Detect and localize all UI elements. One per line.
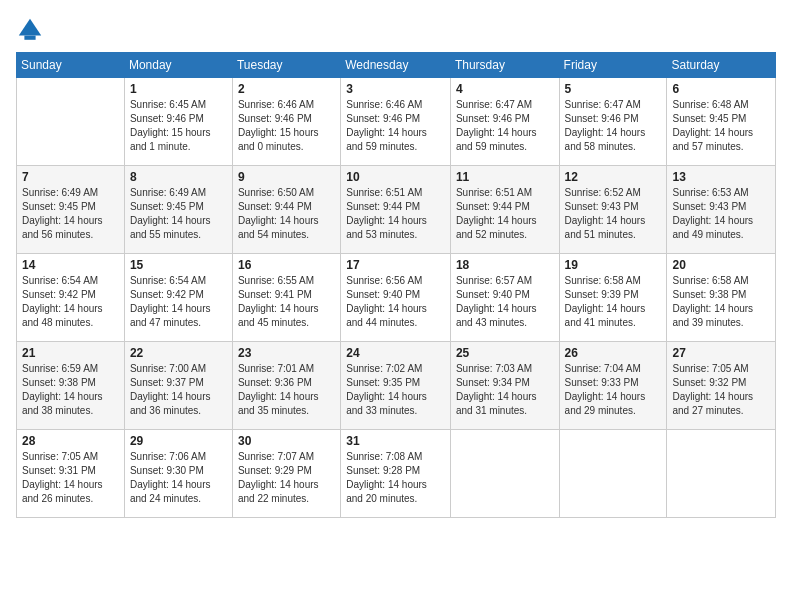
calendar-week-row: 1Sunrise: 6:45 AMSunset: 9:46 PMDaylight…	[17, 78, 776, 166]
day-info: Sunrise: 7:03 AMSunset: 9:34 PMDaylight:…	[456, 362, 554, 418]
day-number: 26	[565, 346, 662, 360]
day-info: Sunrise: 6:54 AMSunset: 9:42 PMDaylight:…	[22, 274, 119, 330]
svg-marker-0	[19, 19, 41, 36]
calendar-cell: 25Sunrise: 7:03 AMSunset: 9:34 PMDayligh…	[450, 342, 559, 430]
day-info: Sunrise: 7:05 AMSunset: 9:31 PMDaylight:…	[22, 450, 119, 506]
calendar-cell: 9Sunrise: 6:50 AMSunset: 9:44 PMDaylight…	[232, 166, 340, 254]
calendar-cell: 22Sunrise: 7:00 AMSunset: 9:37 PMDayligh…	[124, 342, 232, 430]
calendar-cell: 14Sunrise: 6:54 AMSunset: 9:42 PMDayligh…	[17, 254, 125, 342]
calendar-cell: 12Sunrise: 6:52 AMSunset: 9:43 PMDayligh…	[559, 166, 667, 254]
day-info: Sunrise: 6:51 AMSunset: 9:44 PMDaylight:…	[456, 186, 554, 242]
calendar-cell	[450, 430, 559, 518]
calendar-cell	[559, 430, 667, 518]
day-number: 12	[565, 170, 662, 184]
calendar-cell	[667, 430, 776, 518]
day-info: Sunrise: 6:47 AMSunset: 9:46 PMDaylight:…	[565, 98, 662, 154]
header-day-saturday: Saturday	[667, 53, 776, 78]
day-number: 24	[346, 346, 445, 360]
day-number: 18	[456, 258, 554, 272]
calendar-cell: 7Sunrise: 6:49 AMSunset: 9:45 PMDaylight…	[17, 166, 125, 254]
logo-icon	[16, 16, 44, 44]
day-number: 7	[22, 170, 119, 184]
day-number: 23	[238, 346, 335, 360]
day-info: Sunrise: 6:50 AMSunset: 9:44 PMDaylight:…	[238, 186, 335, 242]
calendar-cell: 8Sunrise: 6:49 AMSunset: 9:45 PMDaylight…	[124, 166, 232, 254]
day-info: Sunrise: 7:02 AMSunset: 9:35 PMDaylight:…	[346, 362, 445, 418]
day-info: Sunrise: 6:53 AMSunset: 9:43 PMDaylight:…	[672, 186, 770, 242]
day-number: 1	[130, 82, 227, 96]
day-info: Sunrise: 6:55 AMSunset: 9:41 PMDaylight:…	[238, 274, 335, 330]
calendar-cell: 17Sunrise: 6:56 AMSunset: 9:40 PMDayligh…	[341, 254, 451, 342]
day-info: Sunrise: 7:05 AMSunset: 9:32 PMDaylight:…	[672, 362, 770, 418]
header-day-wednesday: Wednesday	[341, 53, 451, 78]
day-number: 15	[130, 258, 227, 272]
day-info: Sunrise: 7:01 AMSunset: 9:36 PMDaylight:…	[238, 362, 335, 418]
calendar-cell: 19Sunrise: 6:58 AMSunset: 9:39 PMDayligh…	[559, 254, 667, 342]
calendar-cell: 10Sunrise: 6:51 AMSunset: 9:44 PMDayligh…	[341, 166, 451, 254]
day-number: 6	[672, 82, 770, 96]
day-info: Sunrise: 6:57 AMSunset: 9:40 PMDaylight:…	[456, 274, 554, 330]
logo	[16, 16, 48, 44]
day-number: 17	[346, 258, 445, 272]
day-number: 31	[346, 434, 445, 448]
day-info: Sunrise: 6:59 AMSunset: 9:38 PMDaylight:…	[22, 362, 119, 418]
header-day-monday: Monday	[124, 53, 232, 78]
calendar-cell: 2Sunrise: 6:46 AMSunset: 9:46 PMDaylight…	[232, 78, 340, 166]
calendar-cell: 29Sunrise: 7:06 AMSunset: 9:30 PMDayligh…	[124, 430, 232, 518]
day-info: Sunrise: 7:07 AMSunset: 9:29 PMDaylight:…	[238, 450, 335, 506]
calendar-cell: 23Sunrise: 7:01 AMSunset: 9:36 PMDayligh…	[232, 342, 340, 430]
header-day-thursday: Thursday	[450, 53, 559, 78]
calendar-week-row: 28Sunrise: 7:05 AMSunset: 9:31 PMDayligh…	[17, 430, 776, 518]
header-day-sunday: Sunday	[17, 53, 125, 78]
day-number: 14	[22, 258, 119, 272]
day-info: Sunrise: 6:54 AMSunset: 9:42 PMDaylight:…	[130, 274, 227, 330]
header-day-tuesday: Tuesday	[232, 53, 340, 78]
day-info: Sunrise: 6:45 AMSunset: 9:46 PMDaylight:…	[130, 98, 227, 154]
day-number: 27	[672, 346, 770, 360]
day-info: Sunrise: 6:49 AMSunset: 9:45 PMDaylight:…	[22, 186, 119, 242]
day-number: 21	[22, 346, 119, 360]
calendar-cell: 31Sunrise: 7:08 AMSunset: 9:28 PMDayligh…	[341, 430, 451, 518]
calendar-cell: 27Sunrise: 7:05 AMSunset: 9:32 PMDayligh…	[667, 342, 776, 430]
day-info: Sunrise: 7:06 AMSunset: 9:30 PMDaylight:…	[130, 450, 227, 506]
day-number: 10	[346, 170, 445, 184]
day-info: Sunrise: 6:46 AMSunset: 9:46 PMDaylight:…	[238, 98, 335, 154]
calendar-cell: 18Sunrise: 6:57 AMSunset: 9:40 PMDayligh…	[450, 254, 559, 342]
calendar-cell: 24Sunrise: 7:02 AMSunset: 9:35 PMDayligh…	[341, 342, 451, 430]
day-info: Sunrise: 7:04 AMSunset: 9:33 PMDaylight:…	[565, 362, 662, 418]
calendar-cell: 20Sunrise: 6:58 AMSunset: 9:38 PMDayligh…	[667, 254, 776, 342]
calendar-cell: 16Sunrise: 6:55 AMSunset: 9:41 PMDayligh…	[232, 254, 340, 342]
header-day-friday: Friday	[559, 53, 667, 78]
day-number: 3	[346, 82, 445, 96]
day-info: Sunrise: 6:51 AMSunset: 9:44 PMDaylight:…	[346, 186, 445, 242]
calendar-cell	[17, 78, 125, 166]
calendar-table: SundayMondayTuesdayWednesdayThursdayFrid…	[16, 52, 776, 518]
calendar-cell: 4Sunrise: 6:47 AMSunset: 9:46 PMDaylight…	[450, 78, 559, 166]
calendar-cell: 30Sunrise: 7:07 AMSunset: 9:29 PMDayligh…	[232, 430, 340, 518]
day-number: 25	[456, 346, 554, 360]
calendar-cell: 28Sunrise: 7:05 AMSunset: 9:31 PMDayligh…	[17, 430, 125, 518]
calendar-header-row: SundayMondayTuesdayWednesdayThursdayFrid…	[17, 53, 776, 78]
calendar-cell: 11Sunrise: 6:51 AMSunset: 9:44 PMDayligh…	[450, 166, 559, 254]
calendar-cell: 3Sunrise: 6:46 AMSunset: 9:46 PMDaylight…	[341, 78, 451, 166]
calendar-cell: 1Sunrise: 6:45 AMSunset: 9:46 PMDaylight…	[124, 78, 232, 166]
day-number: 5	[565, 82, 662, 96]
day-number: 19	[565, 258, 662, 272]
day-number: 4	[456, 82, 554, 96]
day-number: 22	[130, 346, 227, 360]
day-info: Sunrise: 7:08 AMSunset: 9:28 PMDaylight:…	[346, 450, 445, 506]
day-info: Sunrise: 6:49 AMSunset: 9:45 PMDaylight:…	[130, 186, 227, 242]
day-number: 28	[22, 434, 119, 448]
day-number: 2	[238, 82, 335, 96]
day-info: Sunrise: 6:47 AMSunset: 9:46 PMDaylight:…	[456, 98, 554, 154]
day-number: 9	[238, 170, 335, 184]
day-info: Sunrise: 6:56 AMSunset: 9:40 PMDaylight:…	[346, 274, 445, 330]
day-number: 13	[672, 170, 770, 184]
calendar-cell: 5Sunrise: 6:47 AMSunset: 9:46 PMDaylight…	[559, 78, 667, 166]
day-number: 16	[238, 258, 335, 272]
calendar-week-row: 7Sunrise: 6:49 AMSunset: 9:45 PMDaylight…	[17, 166, 776, 254]
calendar-week-row: 21Sunrise: 6:59 AMSunset: 9:38 PMDayligh…	[17, 342, 776, 430]
day-info: Sunrise: 6:52 AMSunset: 9:43 PMDaylight:…	[565, 186, 662, 242]
calendar-cell: 15Sunrise: 6:54 AMSunset: 9:42 PMDayligh…	[124, 254, 232, 342]
page-header	[16, 16, 776, 44]
